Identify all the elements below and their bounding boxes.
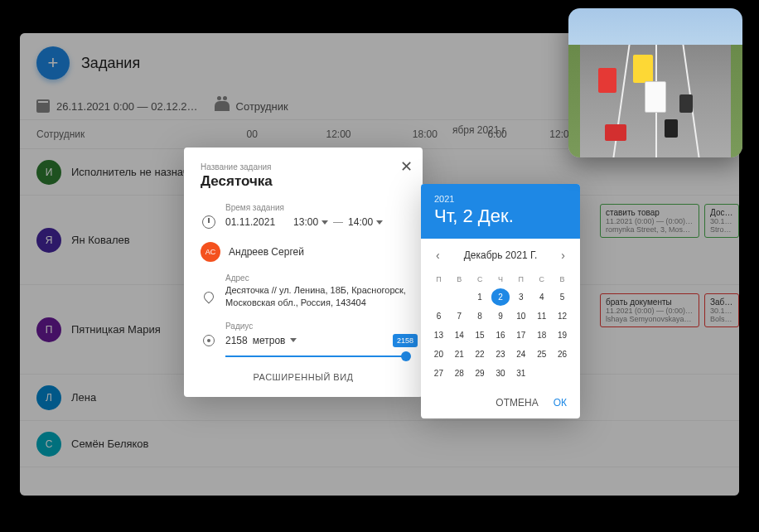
close-icon[interactable]: ✕	[400, 157, 413, 176]
task-address[interactable]: Десяточка // ул. Ленина, 18Б, Красногорс…	[225, 284, 406, 310]
chevron-down-icon	[290, 338, 297, 342]
datepicker-day[interactable]: 16	[491, 326, 510, 344]
expanded-view-button[interactable]: РАСШИРЕННЫЙ ВИД	[201, 372, 406, 382]
person-avatar: АС	[201, 242, 220, 262]
datepicker-day[interactable]: 20	[429, 346, 448, 363]
datepicker-month: Декабрь 2021 Г.	[464, 249, 538, 261]
datepicker-day[interactable]: 18	[532, 326, 551, 344]
datepicker-header: 2021 Чт, 2 Дек.	[421, 184, 580, 239]
datepicker-day[interactable]: 29	[471, 365, 490, 382]
datepicker-day[interactable]: 14	[450, 326, 469, 344]
datepicker-day[interactable]: 27	[429, 365, 448, 382]
datepicker-day[interactable]: 12	[553, 307, 572, 325]
radius-select[interactable]: 2158 метров	[225, 335, 297, 346]
datepicker-day[interactable]: 26	[553, 346, 572, 363]
datepicker-day[interactable]: 31	[511, 365, 530, 382]
datepicker-day[interactable]: 2	[491, 288, 510, 306]
datepicker-dow: П	[429, 272, 448, 287]
datepicker-day[interactable]: 1	[471, 288, 490, 306]
datepicker-dow: П	[511, 272, 530, 287]
datepicker: 2021 Чт, 2 Дек. ‹ Декабрь 2021 Г. › ПВСЧ…	[421, 184, 580, 418]
datepicker-day[interactable]: 30	[491, 365, 510, 382]
datepicker-day[interactable]: 15	[471, 326, 490, 344]
radius-slider[interactable]: 2158	[225, 355, 406, 357]
slider-thumb[interactable]	[401, 351, 411, 361]
datepicker-day[interactable]: 24	[511, 346, 530, 363]
datepicker-day[interactable]: 8	[471, 307, 490, 325]
pin-icon	[201, 288, 217, 305]
datepicker-day[interactable]: 28	[450, 365, 469, 382]
radius-icon	[201, 332, 217, 349]
datepicker-actions: ОТМЕНА ОК	[421, 390, 580, 418]
task-radius-row: 2158 метров	[201, 332, 406, 349]
task-date[interactable]: 01.11.2021	[225, 216, 275, 228]
datepicker-day[interactable]: 11	[532, 307, 551, 325]
datepicker-dow: В	[553, 272, 572, 287]
datepicker-day[interactable]: 19	[553, 326, 572, 344]
time-from-select[interactable]: 13:00	[293, 216, 328, 228]
datepicker-day[interactable]: 7	[450, 307, 469, 325]
datepicker-date-display: Чт, 2 Дек.	[434, 206, 567, 227]
person-name: Андреев Сергей	[229, 246, 304, 258]
chevron-down-icon	[376, 220, 383, 225]
task-addr-label: Адрес	[225, 273, 406, 283]
datepicker-dow: С	[532, 272, 551, 287]
clock-icon	[201, 214, 217, 230]
datepicker-ok-button[interactable]: ОК	[554, 397, 567, 409]
datepicker-day[interactable]: 9	[491, 307, 510, 325]
datepicker-dow: С	[471, 272, 490, 287]
task-person-row[interactable]: АС Андреев Сергей	[201, 242, 406, 262]
datepicker-day[interactable]: 25	[532, 346, 551, 363]
datepicker-day[interactable]: 10	[511, 307, 530, 325]
datepicker-day[interactable]: 13	[429, 326, 448, 344]
promo-image	[568, 8, 742, 157]
datepicker-nav: ‹ Декабрь 2021 Г. ›	[421, 239, 580, 268]
task-time-label: Время задания	[225, 203, 406, 212]
datepicker-dow: Ч	[491, 272, 510, 287]
task-time-row: 01.11.2021 13:00 — 14:00	[201, 214, 406, 230]
datepicker-day[interactable]: 6	[429, 307, 448, 325]
datepicker-dow: В	[450, 272, 469, 287]
datepicker-day[interactable]: 5	[553, 288, 572, 306]
task-radius-label: Радиус	[225, 322, 406, 331]
task-name-label: Название задания	[201, 162, 406, 172]
slider-value-bubble: 2158	[393, 334, 418, 347]
datepicker-grid: ПВСЧПСВ 12345678910111213141516171819202…	[421, 268, 580, 390]
task-addr-row: Десяточка // ул. Ленина, 18Б, Красногорс…	[201, 284, 406, 310]
datepicker-day[interactable]: 22	[471, 346, 490, 363]
datepicker-day[interactable]: 4	[532, 288, 551, 306]
datepicker-day[interactable]: 21	[450, 346, 469, 363]
task-modal: ✕ Название задания Десяточка Время задан…	[184, 148, 423, 397]
datepicker-day[interactable]: 17	[511, 326, 530, 344]
datepicker-year[interactable]: 2021	[434, 194, 567, 204]
datepicker-cancel-button[interactable]: ОТМЕНА	[496, 397, 538, 409]
prev-month-button[interactable]: ‹	[431, 247, 445, 264]
time-to-select[interactable]: 14:00	[348, 216, 383, 228]
task-name-value: Десяточка	[201, 173, 406, 190]
next-month-button[interactable]: ›	[556, 247, 570, 264]
datepicker-day[interactable]: 23	[491, 346, 510, 363]
chevron-down-icon	[321, 220, 328, 225]
datepicker-day[interactable]: 3	[511, 288, 530, 306]
